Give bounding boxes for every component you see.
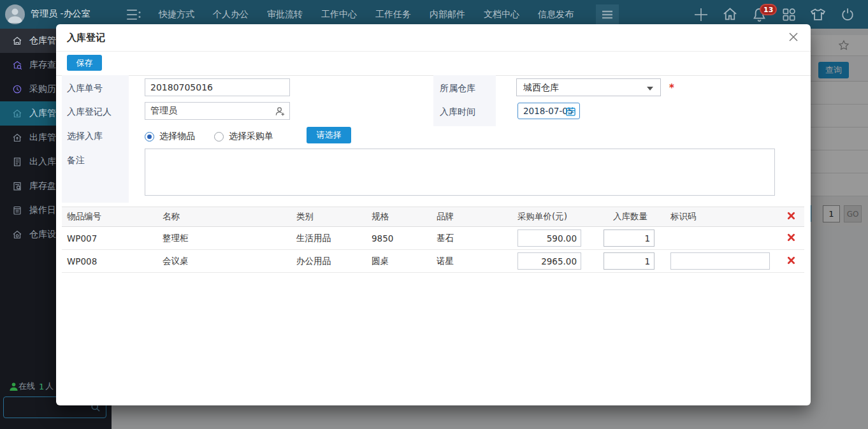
nav-shortcuts[interactable]: 快捷方式	[159, 9, 194, 20]
col-name: 名称	[157, 207, 291, 227]
radio-select-item-label[interactable]: 选择物品	[159, 131, 195, 142]
col-spec: 规格	[366, 207, 431, 227]
table-header-row: 物品编号 名称 类别 规格 品牌 采购单价(元) 入库数量 标识码	[62, 207, 804, 227]
remark-textarea[interactable]	[145, 149, 775, 196]
order-no-input[interactable]	[145, 78, 290, 96]
stock-search-icon	[12, 60, 22, 70]
more-menu-button[interactable]	[596, 4, 619, 25]
cell-name: 整理柜	[157, 227, 291, 250]
online-status: 在线 1 人	[9, 381, 54, 392]
cell-category: 生活用品	[291, 227, 366, 250]
delete-row-icon[interactable]	[778, 227, 804, 250]
chevron-down-icon	[647, 87, 653, 91]
radio-select-purchase-order[interactable]	[214, 132, 224, 142]
logout-power-icon[interactable]	[839, 6, 856, 23]
nav-work-tasks[interactable]: 工作任务	[375, 9, 411, 20]
registrant-field	[145, 102, 290, 120]
cell-brand: 诺星	[431, 250, 502, 273]
notification-count-badge: 13	[760, 4, 777, 15]
clipboard-search-icon	[12, 181, 22, 191]
add-icon[interactable]	[692, 6, 709, 23]
document-icon	[12, 157, 22, 167]
theme-shirt-icon[interactable]	[809, 6, 827, 23]
qty-input[interactable]	[604, 229, 655, 247]
save-button[interactable]: 保存	[67, 55, 102, 71]
col-unit-price: 采购单价(元)	[502, 207, 588, 227]
clock-icon	[12, 84, 22, 94]
close-icon[interactable]	[786, 30, 800, 44]
choose-items-button[interactable]: 请选择	[307, 127, 351, 143]
col-item-code: 物品编号	[62, 207, 157, 227]
registrant-label: 入库登记人	[67, 106, 112, 118]
qty-input[interactable]	[604, 252, 655, 270]
table-row: WP008 会议桌 办公用品 圆桌 诺星	[62, 250, 804, 273]
cell-code: WP007	[62, 227, 157, 250]
select-mode-label: 选择入库	[67, 131, 103, 142]
date-label: 入库时间	[440, 106, 475, 118]
table-row: WP007 整理柜 生活用品 9850 基石	[62, 227, 804, 250]
nav-personal-office[interactable]: 个人办公	[213, 9, 249, 20]
col-brand: 品牌	[431, 207, 502, 227]
settings-icon	[12, 229, 22, 240]
dialog-title: 入库登记	[67, 32, 105, 44]
price-input[interactable]	[517, 229, 581, 247]
calendar-icon	[565, 106, 576, 119]
radio-select-item[interactable]	[145, 132, 154, 142]
date-picker[interactable]: 2018-07-05	[517, 103, 580, 119]
user-avatar-icon[interactable]	[5, 4, 25, 24]
nav-approval-flow[interactable]: 审批流转	[267, 9, 303, 20]
outbound-icon	[12, 133, 22, 143]
online-person-icon	[9, 382, 18, 391]
order-no-label: 入库单号	[67, 83, 103, 94]
warehouse-select[interactable]: 城西仓库	[516, 78, 661, 96]
nav-work-center[interactable]: 工作中心	[321, 9, 357, 20]
delete-row-icon[interactable]	[778, 250, 804, 273]
col-tag-code: 标识码	[655, 207, 778, 227]
required-asterisk: *	[669, 82, 674, 94]
col-category: 类别	[291, 207, 366, 227]
log-icon	[12, 205, 22, 215]
online-count: 1	[39, 382, 44, 391]
tag-code-input[interactable]	[670, 252, 770, 270]
nav-internal-mail[interactable]: 内部邮件	[430, 9, 465, 20]
home-icon[interactable]	[721, 6, 739, 23]
select-person-icon[interactable]	[275, 106, 286, 119]
cell-category: 办公用品	[291, 250, 366, 273]
cell-name: 会议桌	[157, 250, 291, 273]
user-name: 管理员 -办公室	[31, 8, 90, 20]
registrant-input[interactable]	[145, 102, 290, 120]
warehouse-icon	[12, 36, 22, 46]
items-table: 物品编号 名称 类别 规格 品牌 采购单价(元) 入库数量 标识码 WP007 …	[62, 207, 804, 273]
cell-spec: 圆桌	[366, 250, 431, 273]
inbound-mode-radios: 选择物品 选择采购单	[145, 131, 287, 142]
divider	[56, 51, 811, 52]
nav-info-publish[interactable]: 信息发布	[538, 9, 574, 20]
inbound-registration-dialog: 入库登记 保存 入库单号 入库登记人 选择入库 选择物品 选择采购单 请选择 备…	[56, 24, 811, 405]
remark-label: 备注	[67, 155, 85, 166]
price-input[interactable]	[517, 252, 581, 270]
cell-spec: 9850	[366, 227, 431, 250]
menu-collapse-icon[interactable]	[126, 7, 142, 22]
warehouse-select-value: 城西仓库	[523, 82, 559, 94]
warehouse-label: 所属仓库	[440, 83, 475, 94]
inbound-icon	[12, 108, 22, 119]
apps-grid-icon[interactable]	[780, 6, 797, 23]
nav-document-center[interactable]: 文档中心	[484, 9, 519, 20]
col-qty: 入库数量	[588, 207, 655, 227]
cell-brand: 基石	[431, 227, 502, 250]
delete-all-icon[interactable]	[778, 207, 804, 227]
radio-select-purchase-order-label[interactable]: 选择采购单	[229, 131, 273, 142]
cell-code: WP008	[62, 250, 157, 273]
